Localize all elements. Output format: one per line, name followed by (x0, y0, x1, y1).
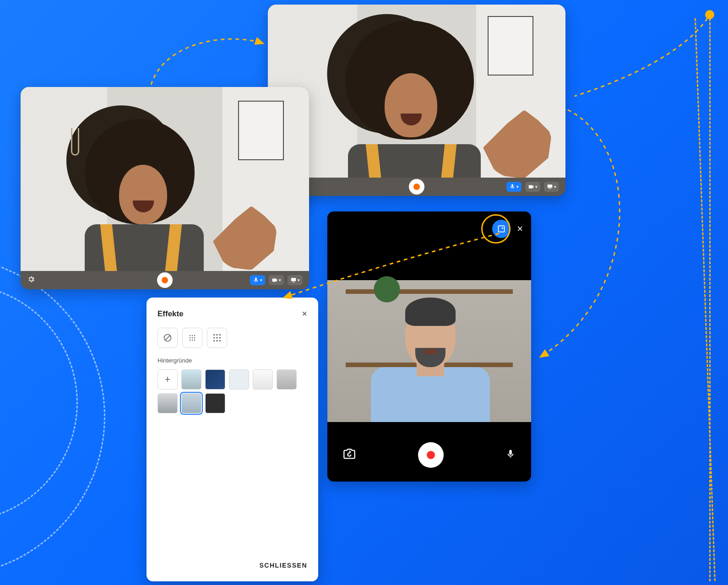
svg-point-15 (217, 334, 218, 336)
decorative-arc (0, 284, 78, 522)
background-option[interactable] (205, 369, 225, 390)
svg-rect-1 (291, 278, 296, 281)
record-button[interactable] (157, 272, 173, 288)
mic-button[interactable] (505, 449, 516, 461)
wall-hook (71, 128, 79, 156)
background-plant (373, 276, 401, 303)
svg-point-13 (194, 340, 196, 341)
person-hand (483, 110, 552, 179)
screen-toggle[interactable]: ▾ (288, 275, 303, 285)
record-indicator-icon (427, 451, 435, 459)
camera-icon (272, 277, 278, 283)
record-indicator-icon (413, 184, 420, 190)
switch-camera-button[interactable] (343, 448, 356, 462)
chevron-down-icon: ▾ (516, 184, 519, 189)
svg-point-8 (190, 337, 191, 339)
chevron-down-icon: ▾ (535, 184, 538, 189)
video-feed (268, 5, 565, 178)
background-option[interactable] (181, 369, 201, 390)
svg-point-21 (217, 340, 218, 341)
record-button[interactable] (409, 179, 424, 195)
effect-options (158, 328, 307, 348)
microphone-icon (505, 449, 516, 459)
backgrounds-grid: + (158, 369, 307, 413)
chevron-down-icon: ▾ (260, 278, 262, 282)
camera-toggle[interactable]: ▾ (269, 275, 284, 285)
webcam-preview-secondary: ▾ ▾ ▾ (268, 5, 565, 196)
background-shelf (488, 16, 533, 76)
no-effect-icon (163, 333, 172, 342)
effects-panel: Effekte × Hintergründe + (147, 298, 318, 581)
person-hair (405, 298, 456, 326)
svg-point-12 (192, 340, 193, 341)
switch-camera-icon (343, 448, 356, 460)
screen-toggle[interactable]: ▾ (544, 182, 559, 192)
svg-rect-2 (498, 226, 504, 232)
record-button[interactable] (418, 442, 444, 468)
effect-blur-light[interactable] (182, 328, 202, 348)
effect-blur-strong[interactable] (207, 328, 227, 348)
gear-icon (27, 275, 35, 283)
svg-point-18 (217, 337, 218, 339)
camera-toggle[interactable]: ▾ (525, 182, 540, 192)
background-option[interactable] (253, 369, 273, 390)
background-option[interactable] (277, 369, 297, 390)
background-option[interactable] (158, 393, 178, 413)
effect-none[interactable] (158, 328, 178, 348)
record-indicator-icon (162, 277, 168, 283)
close-button[interactable]: × (517, 223, 523, 235)
svg-point-22 (219, 340, 221, 341)
sparkle-frame-icon (497, 224, 506, 233)
tracker-dot (705, 10, 714, 19)
svg-point-9 (192, 337, 193, 339)
decorative-arc (0, 256, 105, 577)
svg-point-14 (213, 334, 215, 336)
svg-point-5 (190, 335, 191, 336)
person-hand (213, 206, 277, 270)
chevron-down-icon: ▾ (554, 184, 556, 189)
video-feed (327, 280, 531, 422)
video-feed (21, 87, 309, 271)
background-option-selected[interactable] (181, 393, 201, 413)
person-face (119, 165, 167, 224)
svg-rect-0 (548, 184, 553, 188)
background-shelf (238, 101, 284, 160)
monitor-icon (547, 184, 553, 190)
mobile-recorder: × (327, 211, 531, 482)
recorder-toolbar: ▾ ▾ ▾ (268, 178, 565, 196)
effects-panel-title: Effekte (158, 309, 307, 319)
settings-button[interactable] (27, 275, 35, 285)
chevron-down-icon: ▾ (298, 278, 300, 282)
monitor-icon (290, 277, 297, 283)
effects-button[interactable] (492, 220, 511, 238)
camera-icon (528, 184, 534, 190)
microphone-icon (253, 277, 259, 283)
svg-line-4 (165, 335, 170, 341)
blur-light-icon (188, 333, 197, 342)
tracker-line (695, 18, 716, 581)
blur-strong-icon (212, 333, 222, 343)
person-face (385, 73, 437, 137)
svg-point-6 (192, 335, 193, 336)
background-option[interactable] (205, 393, 225, 413)
person-mouth (424, 349, 437, 354)
backgrounds-label: Hintergründe (158, 357, 307, 364)
close-panel-text-button[interactable]: SCHLIESSEN (260, 562, 307, 569)
recorder-toolbar: ▾ ▾ ▾ (21, 271, 309, 289)
svg-point-20 (213, 340, 215, 341)
svg-point-17 (213, 337, 215, 339)
webcam-preview-primary: ▾ ▾ ▾ (21, 87, 309, 289)
svg-point-19 (219, 337, 221, 339)
add-background-button[interactable]: + (158, 369, 178, 390)
mic-toggle[interactable]: ▾ (250, 275, 265, 285)
mic-toggle[interactable]: ▾ (506, 182, 522, 192)
svg-point-10 (194, 337, 196, 339)
background-option[interactable] (229, 369, 249, 390)
svg-point-16 (219, 334, 221, 336)
svg-point-7 (194, 335, 196, 336)
chevron-down-icon: ▾ (279, 278, 281, 282)
svg-point-11 (190, 340, 191, 341)
tracker-line (709, 18, 711, 581)
close-panel-button[interactable]: × (302, 309, 307, 319)
microphone-icon (509, 184, 516, 190)
